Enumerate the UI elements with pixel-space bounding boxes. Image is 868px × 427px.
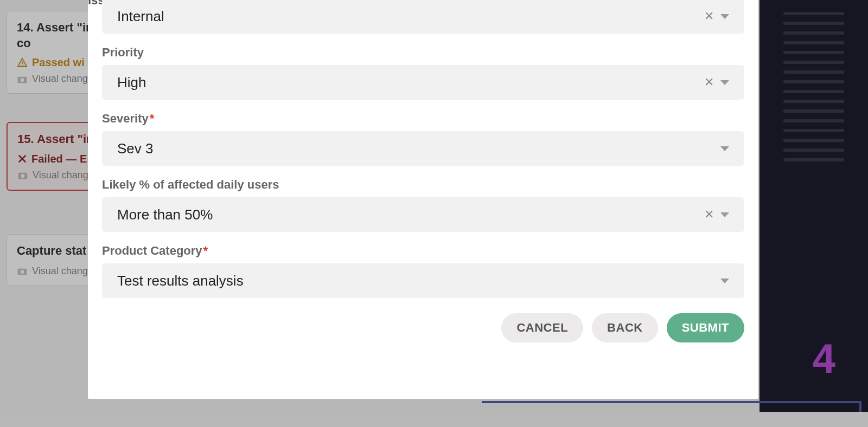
cancel-button[interactable]: CANCEL xyxy=(501,313,583,342)
product-category-select[interactable]: Test results analysis xyxy=(102,263,744,298)
field-label-priority: Priority xyxy=(102,46,744,60)
severity-select[interactable]: Sev 3 xyxy=(102,131,744,166)
field-label-affected: Likely % of affected daily users xyxy=(102,178,744,192)
field-label-severity: Severity* xyxy=(102,112,744,126)
select-value: Sev 3 xyxy=(117,140,720,157)
chevron-down-icon xyxy=(720,279,729,283)
clear-icon[interactable]: ✕ xyxy=(704,10,714,22)
select-value: High xyxy=(117,74,704,91)
submit-button[interactable]: SUBMIT xyxy=(667,313,744,342)
issue-source-select[interactable]: Internal ✕ xyxy=(102,0,744,34)
select-value: Internal xyxy=(117,8,704,25)
clear-icon[interactable]: ✕ xyxy=(704,209,714,221)
issue-form-modal: Issue Source Internal ✕ Priority High ✕ … xyxy=(88,0,758,399)
chevron-down-icon xyxy=(720,14,729,19)
chevron-down-icon xyxy=(720,80,729,85)
select-value: Test results analysis xyxy=(117,273,720,289)
field-label-category: Product Category* xyxy=(102,244,744,258)
modal-actions: CANCEL BACK SUBMIT xyxy=(102,313,744,342)
priority-select[interactable]: High ✕ xyxy=(102,65,744,100)
clear-icon[interactable]: ✕ xyxy=(704,76,714,88)
affected-users-select[interactable]: More than 50% ✕ xyxy=(102,197,744,232)
select-value: More than 50% xyxy=(117,206,704,223)
chevron-down-icon xyxy=(720,212,729,217)
chevron-down-icon xyxy=(720,146,729,151)
back-button[interactable]: BACK xyxy=(592,313,658,342)
